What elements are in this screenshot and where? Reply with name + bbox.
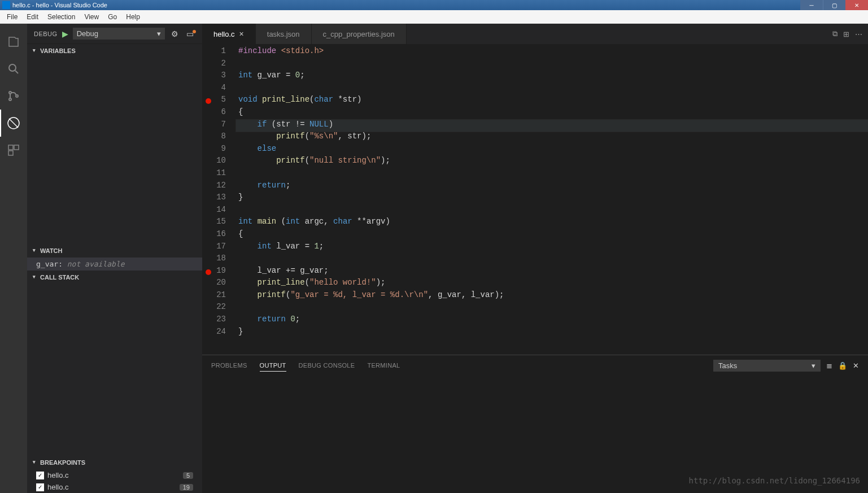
more-icon[interactable]: ⋯ bbox=[855, 30, 862, 38]
editor-tab[interactable]: c_cpp_properties.json bbox=[312, 24, 407, 44]
debug-label: DEBUG bbox=[34, 30, 58, 37]
activity-search[interactable] bbox=[0, 55, 27, 82]
gutter[interactable]: 123456789101112131415161718192021222324 bbox=[202, 44, 236, 355]
editor-view[interactable]: 123456789101112131415161718192021222324 … bbox=[202, 44, 868, 355]
debug-settings-icon[interactable]: ⚙ bbox=[169, 29, 180, 38]
svg-rect-8 bbox=[8, 151, 13, 155]
chevron-down-icon: ▾ bbox=[157, 29, 161, 38]
section-callstack-header[interactable]: CALL STACK bbox=[27, 271, 202, 284]
activity-scm[interactable] bbox=[0, 82, 27, 110]
watermark-text: http://blog.csdn.net/lidong_12664196 bbox=[689, 476, 860, 485]
activity-debug[interactable] bbox=[0, 110, 27, 137]
panel-tab-terminal[interactable]: TERMINAL bbox=[367, 360, 400, 371]
panel-tab-problems[interactable]: PROBLEMS bbox=[211, 360, 247, 371]
menu-bar: FileEditSelectionViewGoHelp bbox=[0, 10, 868, 24]
editor-tab[interactable]: hello.c× bbox=[202, 24, 256, 44]
output-channel-select[interactable]: Tasks ▾ bbox=[713, 360, 821, 372]
panel-tab-debug-console[interactable]: DEBUG CONSOLE bbox=[299, 360, 355, 371]
svg-line-1 bbox=[15, 71, 18, 73]
window-close-button[interactable]: ✕ bbox=[845, 0, 868, 10]
start-debug-icon[interactable]: ▶ bbox=[62, 29, 68, 38]
checkbox-icon[interactable]: ✓ bbox=[36, 472, 44, 479]
variables-body bbox=[27, 58, 202, 244]
vscode-icon bbox=[2, 1, 10, 9]
breakpoint-line: 19 bbox=[180, 484, 193, 491]
split-editor-icon[interactable]: ⧉ bbox=[832, 29, 838, 38]
menu-selection[interactable]: Selection bbox=[43, 12, 80, 22]
window-titlebar: hello.c - hello - Visual Studio Code ─ ▢… bbox=[0, 0, 868, 10]
menu-go[interactable]: Go bbox=[103, 12, 121, 22]
svg-point-0 bbox=[9, 64, 16, 71]
debug-sidebar: DEBUG ▶ Debug ▾ ⚙ ▭ VARIABLES WATCH g_va… bbox=[27, 24, 202, 493]
tab-label: c_cpp_properties.json bbox=[323, 30, 395, 38]
watch-item[interactable]: g_var: not available bbox=[27, 258, 202, 271]
menu-view[interactable]: View bbox=[80, 12, 103, 22]
section-variables-header[interactable]: VARIABLES bbox=[27, 44, 202, 58]
window-maximize-button[interactable]: ▢ bbox=[823, 0, 845, 10]
tab-label: hello.c bbox=[213, 30, 235, 38]
close-icon[interactable]: × bbox=[239, 29, 244, 38]
panel-tab-output[interactable]: OUTPUT bbox=[260, 360, 286, 372]
svg-point-4 bbox=[16, 95, 18, 97]
callstack-body bbox=[27, 284, 202, 386]
lock-scroll-icon[interactable]: 🔒 bbox=[838, 361, 847, 370]
debug-config-select[interactable]: Debug ▾ bbox=[73, 28, 165, 40]
activity-extensions[interactable] bbox=[0, 137, 27, 164]
checkbox-icon[interactable]: ✓ bbox=[36, 483, 44, 491]
breakpoints-body: ✓hello.c5✓hello.c19 bbox=[27, 469, 202, 493]
window-minimize-button[interactable]: ─ bbox=[800, 0, 823, 10]
menu-file[interactable]: File bbox=[2, 12, 22, 22]
debug-toolbar-icon[interactable]: ▭ bbox=[185, 29, 195, 38]
breakpoint-file: hello.c bbox=[47, 483, 69, 491]
menu-help[interactable]: Help bbox=[121, 12, 145, 22]
breakpoint-file: hello.c bbox=[47, 471, 69, 479]
activity-bar bbox=[0, 24, 27, 493]
layout-icon[interactable]: ⊞ bbox=[843, 30, 849, 38]
tab-label: tasks.json bbox=[267, 30, 300, 38]
svg-point-3 bbox=[9, 98, 11, 101]
breakpoint-item[interactable]: ✓hello.c5 bbox=[27, 469, 202, 481]
panel-close-icon[interactable]: ✕ bbox=[853, 361, 859, 370]
editor-tab[interactable]: tasks.json bbox=[256, 24, 312, 44]
section-watch-header[interactable]: WATCH bbox=[27, 244, 202, 258]
svg-rect-7 bbox=[14, 145, 19, 150]
breakpoint-item[interactable]: ✓hello.c19 bbox=[27, 481, 202, 493]
activity-explorer[interactable] bbox=[0, 28, 27, 55]
panel-body[interactable]: http://blog.csdn.net/lidong_12664196 bbox=[202, 376, 868, 493]
svg-rect-6 bbox=[8, 145, 13, 150]
bottom-panel: PROBLEMSOUTPUTDEBUG CONSOLETERMINAL Task… bbox=[202, 355, 868, 493]
svg-point-2 bbox=[9, 91, 11, 94]
watch-body: g_var: not available bbox=[27, 258, 202, 271]
code-content[interactable]: #include <stdio.h> int g_var = 0; void p… bbox=[236, 44, 868, 355]
section-breakpoints-header[interactable]: BREAKPOINTS bbox=[27, 456, 202, 469]
clear-output-icon[interactable]: ≣ bbox=[826, 361, 832, 370]
window-title: hello.c - hello - Visual Studio Code bbox=[12, 2, 107, 8]
debug-config-name: Debug bbox=[77, 29, 98, 38]
panel-tabs: PROBLEMSOUTPUTDEBUG CONSOLETERMINAL Task… bbox=[202, 355, 868, 376]
breakpoint-line: 5 bbox=[183, 472, 193, 479]
chevron-down-icon: ▾ bbox=[812, 361, 815, 370]
editor-tabs: hello.c×tasks.jsonc_cpp_properties.json⧉… bbox=[202, 24, 868, 44]
menu-edit[interactable]: Edit bbox=[22, 12, 43, 22]
